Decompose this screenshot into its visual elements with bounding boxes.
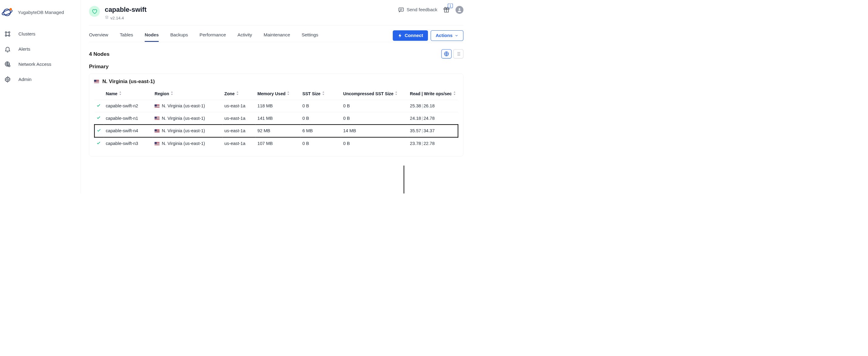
cell-zone: us-east-1a xyxy=(222,125,255,137)
cluster-name: capable-swift xyxy=(105,6,147,13)
nodes-count-row: 4 Nodes xyxy=(89,42,463,64)
svg-point-13 xyxy=(459,8,460,10)
tab-settings[interactable]: Settings xyxy=(302,29,318,42)
section-primary: Primary xyxy=(89,63,463,69)
tab-maintenance[interactable]: Maintenance xyxy=(264,29,290,42)
cell-ops: 25.38|26.18 xyxy=(408,100,458,112)
list-icon xyxy=(456,51,461,56)
cell-region: N. Virginia (us-east-1) xyxy=(153,112,222,125)
svg-point-2 xyxy=(9,8,12,10)
tab-backups[interactable]: Backups xyxy=(170,29,188,42)
send-feedback-button[interactable]: Send feedback xyxy=(398,7,437,13)
svg-point-9 xyxy=(7,78,8,80)
chat-icon xyxy=(398,7,404,13)
region-name: N. Virginia (us-east-1) xyxy=(102,78,155,85)
region-panel: N. Virginia (us-east-1) Name Region Zone… xyxy=(89,73,463,156)
brand-logo[interactable]: YugabyteDB Managed xyxy=(0,0,81,25)
cell-sst: 0 B xyxy=(300,112,341,125)
title-block: capable-swift v2.14.4 xyxy=(105,6,147,20)
us-flag-icon xyxy=(155,104,159,108)
nav-alerts[interactable]: Alerts xyxy=(0,41,81,57)
col-usst[interactable]: Uncompressed SST Size xyxy=(341,88,408,100)
tab-activity[interactable]: Activity xyxy=(238,29,252,42)
view-list-button[interactable] xyxy=(453,49,463,58)
cell-name: capable-swift-n2 xyxy=(104,100,153,112)
check-icon xyxy=(96,104,101,108)
stack-icon xyxy=(105,15,109,20)
cell-region: N. Virginia (us-east-1) xyxy=(153,125,222,137)
actions-button[interactable]: Actions xyxy=(431,30,463,41)
cell-region: N. Virginia (us-east-1) xyxy=(153,137,222,150)
tab-tables[interactable]: Tables xyxy=(120,29,133,42)
nav-list: Clusters Alerts Network Access Admin xyxy=(0,25,81,89)
cell-usst: 14 MB xyxy=(341,125,408,137)
sidebar: YugabyteDB Managed Clusters Alerts Netwo… xyxy=(0,0,81,193)
nav-network[interactable]: Network Access xyxy=(0,57,81,72)
tab-overview[interactable]: Overview xyxy=(89,29,108,42)
sort-icon xyxy=(170,91,174,96)
nav-clusters[interactable]: Clusters xyxy=(0,26,81,41)
cell-usst: 0 B xyxy=(341,100,408,112)
check-icon xyxy=(97,129,101,133)
arrow-annotation xyxy=(402,166,405,193)
check-icon xyxy=(96,116,101,121)
nodes-count: 4 Nodes xyxy=(89,51,110,57)
health-icon xyxy=(89,6,100,17)
svg-point-6 xyxy=(8,35,10,36)
table-row[interactable]: capable-swift-n2N. Virginia (us-east-1)u… xyxy=(94,100,458,112)
globe-gear-icon xyxy=(4,61,11,68)
svg-rect-10 xyxy=(399,8,403,11)
cell-sst: 6 MB xyxy=(300,125,341,137)
cell-zone: us-east-1a xyxy=(222,112,255,125)
nav-label: Network Access xyxy=(19,62,51,67)
actions-label: Actions xyxy=(436,33,453,38)
cell-name: capable-swift-n3 xyxy=(104,137,153,150)
nav-label: Admin xyxy=(19,77,32,82)
svg-point-3 xyxy=(5,32,7,33)
whatsnew-button[interactable]: 1 xyxy=(443,6,450,14)
check-icon xyxy=(96,141,101,146)
cell-memory: 118 MB xyxy=(255,100,300,112)
cell-sst: 0 B xyxy=(300,100,341,112)
main: capable-swift v2.14.4 Send feedback 1 Ov… xyxy=(81,0,472,165)
gift-badge: 1 xyxy=(448,3,453,8)
user-menu[interactable] xyxy=(456,6,463,14)
table-row[interactable]: capable-swift-n4N. Virginia (us-east-1)u… xyxy=(94,125,458,137)
col-memory[interactable]: Memory Used xyxy=(255,88,300,100)
cell-sst: 0 B xyxy=(300,137,341,150)
us-flag-icon xyxy=(155,117,159,120)
nav-admin[interactable]: Admin xyxy=(0,72,81,87)
cell-usst: 0 B xyxy=(341,112,408,125)
view-region-button[interactable] xyxy=(441,49,452,58)
sort-icon xyxy=(236,91,239,96)
cell-name: capable-swift-n4 xyxy=(104,125,153,137)
cell-name: capable-swift-n1 xyxy=(104,112,153,125)
sort-icon xyxy=(322,91,325,96)
col-ops[interactable]: Read | Write ops/sec xyxy=(408,88,458,100)
cell-region: N. Virginia (us-east-1) xyxy=(153,100,222,112)
cell-memory: 141 MB xyxy=(255,112,300,125)
cell-zone: us-east-1a xyxy=(222,137,255,150)
feedback-label: Send feedback xyxy=(407,7,438,12)
chevron-down-icon xyxy=(455,34,459,38)
col-region[interactable]: Region xyxy=(153,88,222,100)
cluster-version: v2.14.4 xyxy=(111,15,124,20)
gear-icon xyxy=(4,76,11,83)
tab-nodes[interactable]: Nodes xyxy=(145,29,159,42)
cell-usst: 0 B xyxy=(341,137,408,150)
connect-button[interactable]: Connect xyxy=(393,30,428,41)
nav-label: Clusters xyxy=(19,31,35,36)
col-sst[interactable]: SST Size xyxy=(300,88,341,100)
tab-performance[interactable]: Performance xyxy=(199,29,226,42)
col-name[interactable]: Name xyxy=(104,88,153,100)
connect-label: Connect xyxy=(405,33,423,38)
sort-icon xyxy=(395,91,398,96)
table-row[interactable]: capable-swift-n1N. Virginia (us-east-1)u… xyxy=(94,112,458,125)
svg-point-8 xyxy=(8,65,10,67)
cell-zone: us-east-1a xyxy=(222,100,255,112)
brand-label: YugabyteDB Managed xyxy=(18,10,64,15)
us-flag-icon xyxy=(155,129,159,133)
globe-icon xyxy=(444,51,449,56)
table-row[interactable]: capable-swift-n3N. Virginia (us-east-1)u… xyxy=(94,137,458,150)
col-zone[interactable]: Zone xyxy=(222,88,255,100)
